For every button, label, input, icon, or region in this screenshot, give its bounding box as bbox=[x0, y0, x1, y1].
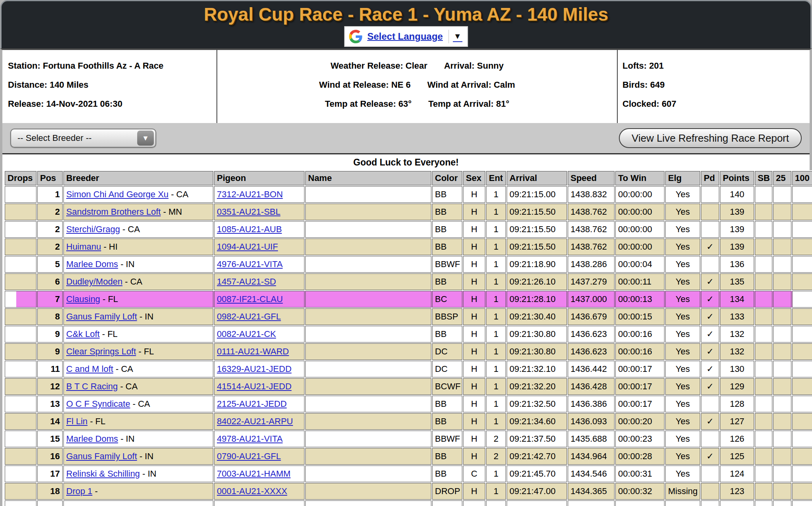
pigeon-link[interactable]: 0082-AU21-CK bbox=[217, 329, 276, 339]
cell-pos: 17 bbox=[37, 466, 63, 482]
pigeon-link[interactable]: 0111-AU21-WARD bbox=[217, 346, 289, 356]
translate-dropdown-arrow-icon[interactable]: ▼ bbox=[453, 31, 462, 42]
table-row: 11C and M loft - CA16329-AU21-JEDDDCH109… bbox=[5, 361, 812, 377]
cell-points: 128 bbox=[720, 396, 754, 412]
breeder-link[interactable]: O C F Syndicate bbox=[66, 399, 130, 409]
cell-pigeon: 0001-AU21-XXXX bbox=[214, 483, 304, 500]
weather-release: Weather Release: Clear bbox=[331, 60, 427, 79]
cell-to-win: 00:00:00 bbox=[615, 204, 665, 220]
cell-drops bbox=[5, 291, 36, 308]
cell-pos: 2 bbox=[37, 221, 63, 238]
pigeon-link[interactable]: 2125-AU21-JEDD bbox=[217, 399, 287, 409]
pigeon-link[interactable]: 4978-AU21-VITA bbox=[217, 434, 283, 444]
race-report-page: Royal Cup Race - Race 1 - Yuma AZ - 140 … bbox=[0, 0, 812, 506]
breeder-state: - HI bbox=[101, 242, 118, 252]
cell-pigeon: 0982-AU21-GFL bbox=[214, 308, 304, 325]
breeder-link[interactable]: Ganus Family Loft bbox=[66, 312, 137, 321]
cell-pos: 12 bbox=[37, 378, 63, 395]
cell-pd: ✓ bbox=[701, 326, 719, 342]
cell-pd bbox=[701, 256, 719, 273]
cell-drops bbox=[5, 396, 36, 412]
cell-pos: 9 bbox=[37, 343, 63, 360]
table-row: 14Fl Lin - FL84022-AU21-ARPUBBH109:21:34… bbox=[5, 413, 812, 430]
breeder-link[interactable]: Drop 1 bbox=[66, 486, 92, 496]
breeder-link[interactable]: Simon Chi And George Xu bbox=[66, 189, 169, 199]
pigeon-link[interactable]: 4976-AU21-VITA bbox=[217, 259, 283, 269]
results-table-header: DropsPosBreederPigeonNameColorSexEntArri… bbox=[5, 171, 812, 185]
breeder-state: - IN bbox=[140, 469, 157, 479]
pigeon-link[interactable]: 84022-AU21-ARPU bbox=[217, 416, 293, 426]
breeder-link[interactable]: Fl Lin bbox=[66, 416, 88, 426]
cell-ent: 2 bbox=[486, 431, 506, 447]
pigeon-link[interactable]: 7312-AU21-BON bbox=[217, 189, 283, 199]
breeder-link[interactable]: Relinski & Schilling bbox=[66, 469, 140, 479]
breeder-link[interactable]: Huimanu bbox=[66, 242, 101, 252]
cell-sex: H bbox=[463, 431, 485, 447]
cell-sb bbox=[755, 378, 772, 395]
cell-points: 134 bbox=[720, 291, 754, 308]
cell-arrival: 09:21:30.80 bbox=[507, 326, 567, 342]
column-header-pd: Pd bbox=[701, 171, 719, 185]
cell-points: 132 bbox=[720, 326, 754, 342]
breeder-link[interactable]: Ganus Family Loft bbox=[66, 451, 137, 461]
table-row: 9Clear Springs Loft - FL0111-AU21-WARDDC… bbox=[5, 343, 812, 360]
cell-100 bbox=[792, 204, 812, 220]
column-header-ent: Ent bbox=[486, 171, 506, 185]
cell-pigeon: 0790-AU21-GFL bbox=[214, 448, 304, 465]
pigeon-link[interactable]: 0982-AU21-GFL bbox=[217, 312, 281, 321]
cell-speed: 1436.093 bbox=[568, 413, 615, 430]
breeder-link[interactable]: Dudley/Moden bbox=[66, 277, 123, 287]
cell-ent: 1 bbox=[486, 343, 506, 360]
cell-pd: ✓ bbox=[701, 378, 719, 395]
cell-sex: H bbox=[463, 308, 485, 325]
cell-breeder: Huimanu - HI bbox=[63, 239, 213, 255]
breeder-link[interactable]: Sterchi/Gragg bbox=[66, 224, 120, 234]
pigeon-link[interactable]: 0790-AU21-GFL bbox=[217, 451, 281, 461]
pigeon-link[interactable]: 1085-AU21-AUB bbox=[217, 224, 282, 234]
pigeon-link[interactable]: 41514-AU21-JEDD bbox=[217, 381, 291, 391]
cell-sex: C bbox=[463, 466, 485, 482]
breeder-link[interactable]: Sandstrom Brothers Loft bbox=[66, 207, 161, 217]
cell-sb bbox=[755, 413, 772, 430]
view-live-report-button[interactable]: View Live Refreshing Race Report bbox=[619, 128, 802, 148]
cell-speed: 1436.623 bbox=[568, 343, 615, 360]
breeder-link[interactable]: Clear Springs Loft bbox=[66, 346, 136, 356]
breeder-link[interactable]: C and M loft bbox=[66, 364, 113, 374]
cell-sb bbox=[755, 186, 772, 203]
cell-25 bbox=[773, 466, 791, 482]
breeder-link[interactable]: Marlee Doms bbox=[66, 259, 118, 269]
cell-pos: 8 bbox=[37, 308, 63, 325]
cell-arrival: 09:21:32.10 bbox=[507, 361, 567, 377]
pigeon-link[interactable]: 7003-AU21-HAMM bbox=[217, 469, 291, 479]
pigeon-link[interactable]: 1094-AU21-UIF bbox=[217, 242, 278, 252]
breeder-link[interactable]: B T C Racing bbox=[66, 381, 118, 391]
pigeon-link[interactable]: 1457-AU21-SD bbox=[217, 277, 276, 287]
cell-to-win: 00:00:32 bbox=[615, 483, 665, 500]
cell-drops bbox=[5, 186, 36, 203]
breeder-link[interactable]: Clausing bbox=[66, 294, 100, 304]
cell-pigeon: 2125-AU21-JEDD bbox=[214, 396, 304, 412]
cell-pigeon: 41514-AU21-JEDD bbox=[214, 378, 304, 395]
pigeon-link[interactable]: 16329-AU21-JEDD bbox=[217, 364, 291, 374]
cell-ent: 1 bbox=[486, 291, 506, 308]
pigeon-link[interactable]: 0087-IF21-CLAU bbox=[217, 294, 283, 304]
pigeon-link[interactable]: 0351-AU21-SBL bbox=[217, 207, 280, 217]
cell-ent: 1 bbox=[486, 361, 506, 377]
cell-25 bbox=[773, 326, 791, 342]
cell-to-win: 00:00:28 bbox=[615, 448, 665, 465]
table-row: 2Sandstrom Brothers Loft - MN0351-AU21-S… bbox=[5, 204, 812, 220]
translate-separator bbox=[448, 30, 449, 43]
column-header-color: Color bbox=[432, 171, 462, 185]
breeder-link[interactable]: C&k Loft bbox=[66, 329, 100, 339]
breeder-select[interactable]: -- Select Breeder -- ▼ bbox=[10, 129, 156, 148]
select-language-link[interactable]: Select Language bbox=[367, 31, 443, 42]
translate-widget[interactable]: Select Language ▼ bbox=[345, 27, 467, 46]
pigeon-link[interactable]: 0001-AU21-XXXX bbox=[217, 486, 287, 496]
cell-pigeon: 1085-AU21-AUB bbox=[214, 221, 304, 238]
cell-sex: H bbox=[463, 326, 485, 342]
cell-pd: ✓ bbox=[701, 273, 719, 290]
cell-breeder: Drop 1 - bbox=[63, 483, 213, 500]
cell-to-win: 00:00:11 bbox=[615, 273, 665, 290]
breeder-link[interactable]: Marlee Doms bbox=[66, 434, 118, 444]
cell-sb bbox=[755, 343, 772, 360]
